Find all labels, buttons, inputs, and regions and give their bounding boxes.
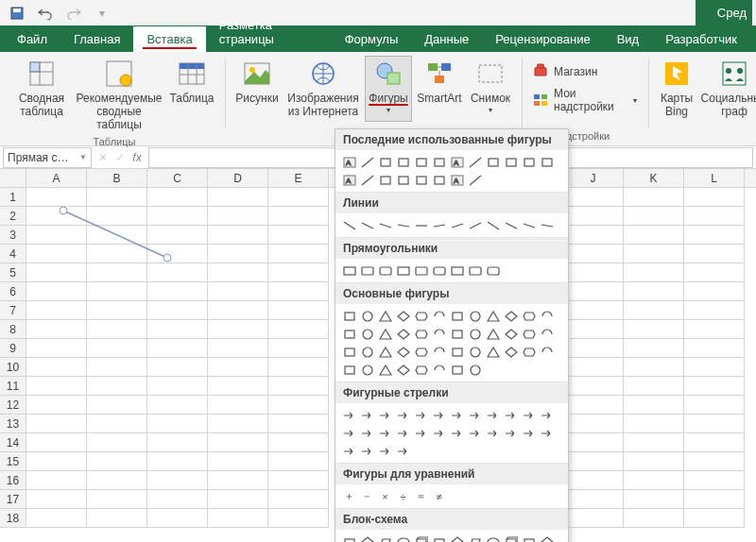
cell[interactable]	[208, 433, 268, 452]
cell[interactable]	[684, 452, 745, 471]
shape-item[interactable]	[413, 425, 429, 441]
shape-item[interactable]	[359, 425, 375, 441]
shape-item[interactable]	[359, 154, 375, 170]
rec-pivot-button[interactable]: Рекомендуемые сводные таблицы	[74, 56, 164, 134]
cell[interactable]	[684, 471, 745, 490]
cell[interactable]	[147, 377, 208, 396]
shape-item[interactable]	[467, 217, 483, 233]
shape-item[interactable]	[485, 534, 501, 542]
cell[interactable]	[26, 433, 87, 452]
cell[interactable]	[268, 339, 329, 358]
drawn-line-shape[interactable]	[59, 203, 181, 269]
cell[interactable]	[684, 433, 745, 452]
cell[interactable]	[624, 226, 684, 245]
cell[interactable]	[563, 207, 624, 226]
tab-home[interactable]: Главная	[60, 26, 133, 52]
col-header[interactable]: E	[268, 169, 329, 187]
tab-view[interactable]: Вид	[604, 26, 653, 52]
cell[interactable]	[208, 207, 268, 226]
cell[interactable]	[268, 188, 329, 207]
shape-item[interactable]	[485, 308, 501, 324]
cell[interactable]	[624, 396, 684, 415]
shape-item[interactable]	[503, 425, 519, 441]
shape-item[interactable]	[413, 407, 429, 423]
cell[interactable]	[684, 358, 745, 377]
shape-item[interactable]	[503, 407, 519, 423]
undo-icon[interactable]	[38, 6, 53, 21]
cell[interactable]	[26, 396, 87, 415]
shape-item[interactable]	[377, 154, 393, 170]
cell[interactable]	[563, 490, 624, 509]
shape-item[interactable]	[539, 344, 555, 360]
shape-item[interactable]	[377, 443, 393, 459]
shape-item[interactable]	[431, 425, 447, 441]
cell[interactable]	[87, 320, 147, 339]
socialgraph-button[interactable]: Социальный граф	[699, 56, 756, 122]
col-header[interactable]: C	[147, 169, 208, 187]
screenshot-button[interactable]: Снимок ▾	[467, 56, 514, 122]
cell[interactable]	[563, 377, 624, 396]
cell[interactable]	[684, 396, 745, 415]
cell[interactable]	[563, 226, 624, 245]
cell[interactable]	[563, 358, 624, 377]
cell[interactable]	[87, 433, 147, 452]
shape-item[interactable]	[485, 154, 501, 170]
shape-item[interactable]	[485, 263, 501, 279]
shape-item[interactable]: A	[341, 172, 357, 188]
shape-item[interactable]	[431, 263, 447, 279]
row-header[interactable]: 14	[0, 433, 26, 452]
shape-item[interactable]	[449, 344, 465, 360]
cell[interactable]	[147, 471, 208, 490]
shape-item[interactable]	[341, 407, 357, 423]
cell[interactable]	[624, 490, 684, 509]
row-header[interactable]: 6	[0, 282, 26, 301]
shape-item[interactable]	[503, 308, 519, 324]
shape-item[interactable]	[341, 443, 357, 459]
qat-dropdown-icon[interactable]: ▾	[94, 6, 110, 21]
cell[interactable]	[624, 471, 684, 490]
shape-item[interactable]: A	[449, 172, 465, 188]
cell[interactable]	[208, 282, 268, 301]
shape-item[interactable]	[431, 326, 447, 342]
cell[interactable]	[147, 339, 208, 358]
shape-item[interactable]	[521, 344, 537, 360]
online-pictures-button[interactable]: Изображения из Интернета	[284, 56, 363, 122]
cell[interactable]	[147, 358, 208, 377]
cell[interactable]	[268, 282, 329, 301]
cell[interactable]	[26, 452, 87, 471]
cell[interactable]	[26, 320, 87, 339]
row-header[interactable]: 9	[0, 339, 26, 358]
shape-item[interactable]	[413, 362, 429, 378]
row-header[interactable]: 16	[0, 471, 26, 490]
chevron-down-icon[interactable]: ▼	[79, 153, 87, 161]
enter-icon[interactable]: ✓	[112, 151, 129, 164]
shape-item[interactable]	[485, 326, 501, 342]
shape-item[interactable]	[359, 362, 375, 378]
shape-item[interactable]	[359, 443, 375, 459]
cell[interactable]	[26, 339, 87, 358]
cell[interactable]	[268, 452, 329, 471]
shape-item[interactable]	[539, 326, 555, 342]
cell[interactable]	[208, 415, 268, 433]
cell[interactable]	[268, 245, 329, 263]
shape-item[interactable]	[431, 217, 447, 233]
shape-item[interactable]	[431, 362, 447, 378]
shape-item[interactable]	[395, 362, 411, 378]
shape-item[interactable]	[431, 154, 447, 170]
shape-item[interactable]	[449, 425, 465, 441]
shape-item[interactable]	[377, 344, 393, 360]
cell[interactable]	[208, 396, 268, 415]
cell[interactable]	[147, 490, 208, 509]
shape-item[interactable]	[395, 407, 411, 423]
shape-item[interactable]: ×	[377, 488, 393, 504]
shape-item[interactable]	[413, 344, 429, 360]
cell[interactable]	[624, 415, 684, 433]
shape-item[interactable]	[521, 154, 537, 170]
shape-item[interactable]	[377, 362, 393, 378]
shape-item[interactable]	[521, 308, 537, 324]
cell[interactable]	[26, 471, 87, 490]
cell[interactable]	[147, 282, 208, 301]
shape-item[interactable]	[503, 154, 519, 170]
cell[interactable]	[684, 320, 745, 339]
shape-item[interactable]: A	[341, 154, 357, 170]
